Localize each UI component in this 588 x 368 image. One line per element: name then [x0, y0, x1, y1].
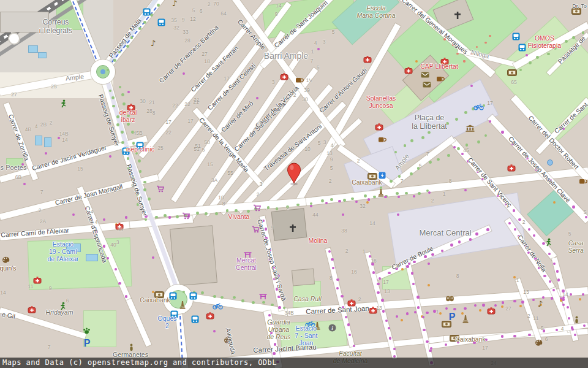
map-dot [205, 212, 208, 215]
map-dot [111, 96, 115, 99]
map-dot [235, 209, 238, 212]
map-dot [543, 275, 546, 277]
place-label: Plaça dela Llibertat [412, 113, 447, 131]
house-number: 35 [171, 17, 176, 23]
house-number: 25 [51, 83, 56, 90]
house-number: 44 [312, 212, 318, 218]
house-number: 17 [487, 100, 492, 106]
poi-label: isep clínic [126, 145, 154, 153]
poi-label: Estació19 - Camíde l'Aleixar [47, 240, 78, 263]
house-number: 5 [541, 325, 544, 331]
house-number: 27 [505, 305, 511, 312]
house-number: 22 [165, 129, 171, 136]
map-dot [384, 196, 386, 198]
map-dot [116, 123, 119, 126]
house-number: 17 [165, 119, 171, 125]
map-dot [565, 40, 568, 43]
map-dot [321, 199, 324, 202]
map-dot [464, 111, 467, 114]
house-number: 5 [584, 209, 587, 215]
swimming-pool [28, 45, 38, 53]
house-number: 17 [383, 279, 388, 285]
house-number: 5 [568, 231, 571, 237]
map-dot [417, 306, 420, 309]
house-number: 17 [482, 345, 488, 351]
house-number: 2 [357, 158, 360, 164]
house-number: 9 [182, 17, 185, 23]
poi-label: EscolaMaria Cortina [356, 4, 395, 19]
map-dot [412, 283, 415, 285]
house-number: 4 [314, 40, 317, 46]
poi-label: Casa Rull [293, 295, 322, 302]
house-number: 6 [545, 336, 548, 342]
map-dot [417, 296, 419, 298]
house-number: 11 [28, 283, 34, 289]
map-dot [138, 27, 141, 30]
map-dot [406, 265, 409, 267]
poi-label: MercatCentral [236, 256, 257, 271]
map-canvas[interactable]: ♪♪♪PPi2725359125627064323328271817211494… [0, 0, 588, 368]
house-number: 21 [149, 99, 154, 105]
house-number: 17 [224, 75, 229, 82]
map-dot [125, 216, 127, 218]
map-dot [477, 140, 480, 144]
map-dot [278, 306, 281, 309]
map-dot [121, 141, 124, 144]
house-number: 3 [116, 239, 119, 245]
map-dot [381, 299, 383, 301]
swimming-pool [44, 137, 51, 147]
house-number: 65 [511, 79, 516, 85]
house-number: 9 [275, 11, 278, 17]
house-number: 4 [35, 123, 38, 129]
poi-label: GuàrdiaUrbanade Reus [266, 318, 290, 340]
map-dot [453, 308, 456, 310]
swimming-pool [38, 52, 47, 58]
house-number: 8 [153, 110, 156, 116]
map-dot [262, 301, 265, 304]
building [292, 268, 315, 286]
house-number: 16 [371, 258, 376, 264]
map-dot [410, 139, 413, 142]
house-number: 13 [376, 305, 382, 311]
house-number: 7 [311, 58, 314, 64]
map-dot [557, 278, 560, 281]
house-number: 34B [284, 310, 293, 316]
house-number: 70 [213, 1, 219, 7]
map-dot [513, 300, 516, 302]
map-dot [410, 172, 413, 175]
house-number: 8 [456, 273, 459, 279]
house-number: 3A [211, 177, 217, 183]
map-dot [528, 228, 530, 231]
map-dot [521, 301, 524, 303]
poi-label: Caixabank [455, 335, 486, 343]
map-dot [271, 304, 274, 307]
music-venue-icon: ♪ [172, 0, 177, 9]
map-dot [126, 45, 129, 48]
map-dot [123, 102, 126, 105]
map-dot [241, 299, 244, 302]
map-dot [447, 154, 450, 157]
map-dot [536, 56, 539, 59]
map-marker[interactable] [286, 163, 302, 186]
poi-label: CasaSerra [568, 239, 584, 254]
map-dot [331, 258, 333, 261]
map-dot [423, 329, 425, 331]
house-number: 11 [533, 315, 539, 321]
map-dot [143, 188, 146, 191]
map-dot [463, 60, 466, 63]
house-number: 38 [117, 226, 123, 232]
poi-label: Caixabank [352, 178, 382, 186]
map-dot [164, 214, 167, 217]
house-number: 51 [195, 143, 200, 149]
map-dot [406, 312, 409, 315]
house-number: 13 [384, 288, 390, 294]
map-dot [568, 317, 570, 320]
house-number: 4B [25, 126, 31, 132]
map-dot [372, 271, 375, 274]
map-dot [579, 298, 581, 301]
map-dot [469, 238, 472, 240]
map-dot [215, 212, 218, 215]
map-dot [458, 240, 461, 243]
place-label: Correusi Telègrafs [39, 18, 72, 36]
map-dot [343, 199, 346, 202]
